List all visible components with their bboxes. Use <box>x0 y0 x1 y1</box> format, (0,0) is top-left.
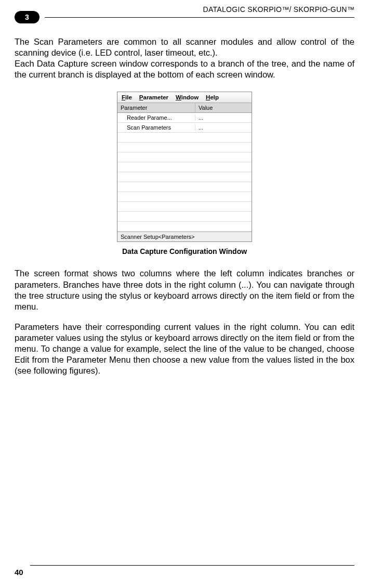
paragraph-2: The screen format shows two columns wher… <box>15 268 354 312</box>
cell-value: ... <box>195 114 252 121</box>
footer: 40 <box>15 565 354 577</box>
menu-parameter[interactable]: Parameter <box>139 94 168 100</box>
header-title: DATALOGIC SKORPIO™/ SKORPIO-GUN™ <box>203 5 354 14</box>
table-row[interactable] <box>117 143 252 152</box>
table-row[interactable] <box>117 202 252 212</box>
screenshot-container: File Parameter Window Help Parameter Val… <box>15 92 354 242</box>
figure-caption: Data Capture Configuration Window <box>15 247 354 255</box>
table-row[interactable] <box>117 162 252 172</box>
column-headers: Parameter Value <box>117 103 252 113</box>
footer-rule <box>30 565 354 566</box>
paragraph-1a: The Scan Parameters are common to all sc… <box>15 36 354 58</box>
table-row[interactable] <box>117 222 252 232</box>
col-header-parameter[interactable]: Parameter <box>117 103 195 112</box>
para2-text: The screen format shows two columns wher… <box>15 268 354 312</box>
menu-file[interactable]: File <box>122 94 132 100</box>
table-row[interactable]: Reader Parame...... <box>117 113 252 123</box>
paragraph-1b: Each Data Capture screen window correspo… <box>15 58 354 80</box>
table-row[interactable] <box>117 182 252 192</box>
table-row[interactable] <box>117 172 252 182</box>
menu-help[interactable]: Help <box>206 94 219 100</box>
config-window: File Parameter Window Help Parameter Val… <box>117 92 252 242</box>
header-rule <box>45 17 354 18</box>
paragraph-3: Parameters have their corresponding curr… <box>15 322 354 377</box>
table-row[interactable] <box>117 133 252 143</box>
intro-paragraphs: The Scan Parameters are common to all sc… <box>15 36 354 80</box>
cell-name: Scan Parameters <box>117 124 195 131</box>
grid: Reader Parame...... Scan Parameters... <box>117 113 252 232</box>
menubar: File Parameter Window Help <box>117 92 252 103</box>
page-number: 40 <box>15 568 354 577</box>
table-row[interactable] <box>117 192 252 202</box>
status-bar: Scanner Setup<Parameters> <box>117 232 252 241</box>
table-row[interactable]: Scan Parameters... <box>117 123 252 133</box>
cell-name: Reader Parame... <box>117 114 195 121</box>
table-row[interactable] <box>117 212 252 222</box>
col-header-value[interactable]: Value <box>195 103 252 112</box>
para3-text: Parameters have their corresponding curr… <box>15 322 354 377</box>
cell-value: ... <box>195 124 252 131</box>
table-row[interactable] <box>117 152 252 162</box>
chapter-badge: 3 <box>15 11 39 23</box>
menu-window[interactable]: Window <box>176 94 199 100</box>
